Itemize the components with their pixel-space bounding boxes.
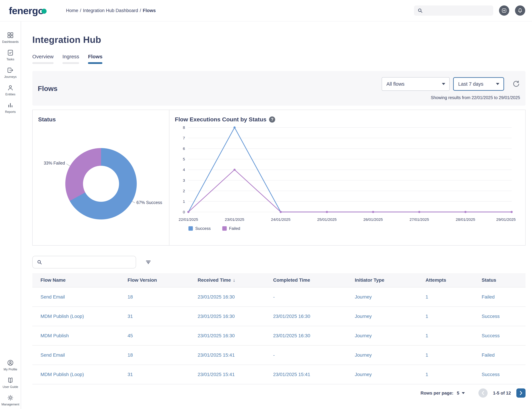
line-chart-title: Flow Executions Count by Status bbox=[175, 116, 266, 123]
column-header-received-time[interactable]: Received Time ↓ bbox=[190, 278, 265, 283]
column-header-flow-name[interactable]: Flow Name bbox=[32, 278, 119, 283]
cell-received-time: 23/01/2025 16:30 bbox=[190, 333, 265, 338]
flows-panel-title: Flows bbox=[38, 85, 57, 93]
column-header-status[interactable]: Status bbox=[474, 278, 525, 283]
cell-initiator-type: Journey bbox=[347, 333, 417, 338]
column-header-attempts[interactable]: Attempts bbox=[417, 278, 474, 283]
table-body: Send Email1823/01/2025 16:30-Journey1Fai… bbox=[32, 288, 525, 384]
cell-completed-time: 23/01/2025 16:30 bbox=[265, 333, 347, 338]
page-title: Integration Hub bbox=[32, 34, 525, 45]
svg-text:5: 5 bbox=[183, 157, 185, 161]
cell-flow-name[interactable]: MDM Publish bbox=[32, 333, 119, 338]
profile-icon bbox=[7, 359, 14, 366]
breadcrumb-integration-hub-dashboard[interactable]: Integration Hub Dashboard bbox=[83, 8, 138, 13]
refresh-icon[interactable] bbox=[512, 80, 520, 88]
global-search-input[interactable] bbox=[426, 5, 493, 16]
chevron-down-icon[interactable] bbox=[462, 392, 465, 394]
cell-received-time: 23/01/2025 15:41 bbox=[190, 372, 265, 377]
global-search[interactable] bbox=[414, 5, 493, 16]
main-content: Integration Hub Overview Ingress Flows F… bbox=[21, 21, 532, 407]
sidebar-item-label: Management bbox=[1, 403, 19, 406]
breadcrumb-home[interactable]: Home bbox=[66, 8, 78, 13]
sidebar-item-management[interactable]: Management bbox=[0, 394, 21, 406]
sidebar-item-reports[interactable]: Reports bbox=[0, 102, 21, 114]
sidebar-item-dashboards[interactable]: Dashboards bbox=[0, 32, 21, 44]
reports-icon bbox=[7, 102, 14, 109]
bell-icon bbox=[517, 8, 523, 13]
notifications-button[interactable] bbox=[515, 5, 525, 16]
flows-filter-panel: Flows All flows Last 7 days Showing re bbox=[32, 71, 525, 106]
search-icon bbox=[417, 8, 423, 13]
cell-flow-version: 18 bbox=[119, 352, 190, 358]
column-header-initiator-type[interactable]: Initiator Type bbox=[347, 278, 417, 283]
svg-text:24/01/2025: 24/01/2025 bbox=[271, 217, 290, 222]
cell-attempts: 1 bbox=[417, 333, 474, 338]
tab-ingress[interactable]: Ingress bbox=[62, 54, 79, 64]
cell-flow-name[interactable]: Send Email bbox=[32, 352, 119, 358]
cell-status: Failed bbox=[474, 294, 525, 300]
legend-swatch bbox=[189, 226, 193, 231]
status-chart-title: Status bbox=[38, 116, 56, 123]
status-chart-card: Status 33% Failed 67% Success bbox=[33, 110, 169, 245]
sidebar-item-journeys[interactable]: Journeys bbox=[0, 67, 21, 79]
pagination: Rows per page: 5 1-5 of 12 bbox=[32, 389, 525, 398]
sidebar-item-label: Dashboards bbox=[2, 40, 19, 44]
sidebar-item-tasks[interactable]: Tasks bbox=[0, 49, 21, 61]
tab-underline bbox=[62, 62, 79, 64]
add-icon bbox=[501, 8, 507, 13]
flow-filter-select[interactable]: All flows bbox=[382, 77, 450, 91]
date-range-select[interactable]: Last 7 days bbox=[453, 77, 504, 91]
cell-flow-name[interactable]: MDM Publish (Loop) bbox=[32, 314, 119, 319]
column-header-completed-time[interactable]: Completed Time bbox=[265, 278, 347, 283]
help-icon[interactable]: ? bbox=[269, 116, 275, 122]
cell-completed-time: 23/01/2025 16:30 bbox=[265, 314, 347, 319]
date-range-value: Last 7 days bbox=[458, 81, 483, 87]
filter-row: All flows Last 7 days bbox=[382, 77, 520, 91]
svg-text:0: 0 bbox=[183, 210, 185, 214]
sidebar-item-my-profile[interactable]: My Profile bbox=[0, 359, 21, 371]
sidebar: Dashboards Tasks Journeys Entities bbox=[0, 21, 21, 409]
svg-text:2: 2 bbox=[183, 189, 185, 193]
tab-underline bbox=[32, 62, 54, 64]
cell-flow-version: 31 bbox=[119, 314, 190, 319]
line-chart-header: Flow Executions Count by Status ? bbox=[175, 116, 518, 123]
sort-desc-icon: ↓ bbox=[233, 278, 235, 283]
sidebar-main-group: Dashboards Tasks Journeys Entities bbox=[0, 32, 21, 114]
table-toolbar bbox=[32, 256, 525, 269]
tab-label: Overview bbox=[32, 54, 54, 59]
svg-text:28/01/2025: 28/01/2025 bbox=[456, 217, 475, 222]
legend-label: Success bbox=[195, 226, 211, 231]
column-header-flow-version[interactable]: Flow Version bbox=[119, 278, 190, 283]
svg-text:27/01/2025: 27/01/2025 bbox=[409, 217, 429, 222]
sidebar-item-entities[interactable]: Entities bbox=[0, 84, 21, 96]
svg-text:23/01/2025: 23/01/2025 bbox=[225, 217, 244, 222]
cell-flow-name[interactable]: MDM Publish (Loop) bbox=[32, 372, 119, 377]
tab-overview[interactable]: Overview bbox=[32, 54, 54, 64]
entities-icon bbox=[7, 84, 14, 91]
tab-flows[interactable]: Flows bbox=[88, 54, 102, 64]
flow-filter-value: All flows bbox=[386, 81, 404, 87]
cell-flow-name[interactable]: Send Email bbox=[32, 294, 119, 300]
sidebar-item-user-guide[interactable]: User Guide bbox=[0, 377, 21, 389]
legend-item: Failed bbox=[222, 226, 240, 231]
svg-text:26/01/2025: 26/01/2025 bbox=[363, 217, 383, 222]
chevron-down-icon bbox=[442, 83, 445, 85]
flows-table: Flow Name Flow Version Received Time ↓ C… bbox=[32, 273, 525, 384]
cell-flow-version: 31 bbox=[119, 372, 190, 377]
filter-icon[interactable] bbox=[145, 259, 152, 266]
cell-attempts: 1 bbox=[417, 314, 474, 319]
previous-page-button[interactable] bbox=[478, 389, 488, 398]
app-logo[interactable]: fenergo bbox=[9, 5, 66, 16]
next-page-button[interactable] bbox=[516, 389, 525, 398]
cell-status: Success bbox=[474, 333, 525, 338]
create-button[interactable] bbox=[499, 5, 509, 16]
table-search[interactable] bbox=[32, 256, 136, 269]
cell-initiator-type: Journey bbox=[347, 352, 417, 358]
table-search-input[interactable] bbox=[45, 256, 136, 268]
cell-received-time: 23/01/2025 16:30 bbox=[190, 314, 265, 319]
rows-per-page-value[interactable]: 5 bbox=[457, 390, 459, 396]
line-chart-card: Flow Executions Count by Status ? 012345… bbox=[169, 110, 525, 245]
journeys-icon bbox=[7, 67, 14, 74]
cell-status: Success bbox=[474, 314, 525, 319]
chart-legend: SuccessFailed bbox=[189, 226, 518, 231]
